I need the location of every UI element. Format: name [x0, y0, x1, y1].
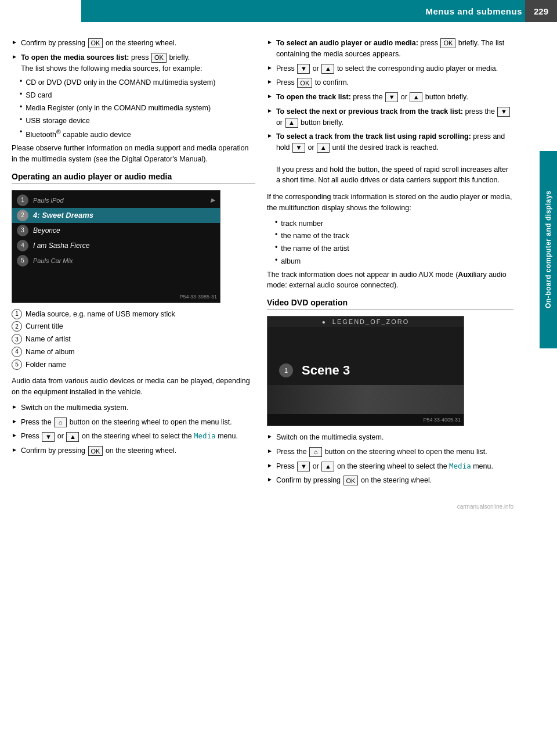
bullet-arrow-icon: ►: [12, 418, 17, 424]
content-area: ► Confirm by pressing OK on the steering…: [0, 29, 525, 519]
bullet-switch-multimedia: ► Switch on the multimedia system.: [12, 402, 255, 413]
aux-para: The track information does not appear in…: [267, 269, 513, 291]
video-top-bar: ● LEGEND_OF_ZORO: [267, 316, 464, 327]
bullet-open-media: ► To open the media sources list: press …: [12, 52, 255, 74]
left-column: ► Confirm by pressing OK on the steering…: [12, 38, 255, 510]
up-key-r: ▲: [321, 64, 334, 74]
legend-list: 1 Media source, e.g. name of USB memory …: [12, 309, 255, 370]
up-key-r4: ▲: [317, 143, 330, 153]
bullet-confirm-ok3-text: Confirm by pressing OK on the steering w…: [21, 445, 176, 456]
ok-key3: OK: [88, 446, 103, 456]
audio-para: Audio data from various audio devices or…: [12, 376, 255, 398]
bullet-arrow-icon: ►: [12, 39, 17, 45]
bullet-select-audio-text: To select an audio player or audio media…: [276, 38, 513, 60]
track-info-list: • track number • the name of the track •…: [275, 218, 513, 267]
side-tab: On-board computer and displays: [540, 151, 557, 348]
bullet-arrow-icon: ►: [267, 462, 273, 469]
bullet-open-track-list-text: To open the track list: press the ▼ or ▲…: [276, 92, 468, 103]
bullet-arrow-icon: ►: [12, 53, 17, 60]
sub-bullet-bluetooth: • Bluetooth® capable audio device: [20, 128, 255, 141]
sub-bullet-cd: • CD or DVD (DVD only in the COMAND mult…: [20, 77, 255, 88]
down-key-r2: ▼: [385, 92, 398, 102]
down-key-v: ▼: [297, 462, 310, 471]
bullet-press-ok-confirm-text: Press OK to confirm.: [276, 77, 349, 88]
home-key-v: ⌂: [309, 447, 322, 457]
bullet-switch-v-text: Switch on the multimedia system.: [276, 432, 384, 443]
legend-item-4: 4 Name of album: [12, 347, 255, 358]
legend-item-2: 2 Current title: [12, 321, 255, 332]
media-screenshot: 1 Pauls iPod ▶ 2 4: Sweet Dreams 3 Beyon…: [12, 190, 220, 303]
img-caption: P54·33-3985-31: [179, 294, 217, 300]
section-heading-audio: Operating an audio player or audio media: [12, 172, 255, 184]
media-list-item: 5 Pauls Car Mix: [12, 253, 220, 268]
header-title: Menus and submenus: [425, 6, 522, 16]
bullet-confirm-ok-text: Confirm by pressing OK on the steering w…: [21, 38, 176, 49]
media-item-num: 3: [17, 225, 28, 236]
media-item-num: 4: [17, 240, 28, 251]
info-album: • album: [275, 256, 513, 267]
sub-bullet-media-register: • Media Register (only in the COMAND mul…: [20, 103, 255, 114]
bullet-switch-multimedia-v: ► Switch on the multimedia system.: [267, 432, 513, 443]
down-key-r3: ▼: [497, 107, 510, 117]
bullet-arrow-icon: ►: [12, 404, 17, 410]
bullet-open-media-text: To open the media sources list: press OK…: [21, 52, 202, 74]
bullet-confirm-ok-v-text: Confirm by pressing OK on the steering w…: [276, 475, 432, 486]
home-key: ⌂: [54, 417, 67, 427]
bullet-press-home-text: Press the ⌂ button on the steering wheel…: [21, 417, 232, 428]
down-key: ▼: [42, 432, 55, 442]
up-key-r2: ▲: [410, 92, 422, 102]
bullet-arrow-icon: ►: [267, 78, 273, 85]
media-list: 1 Pauls iPod ▶ 2 4: Sweet Dreams 3 Beyon…: [12, 190, 220, 271]
bullet-press-home-v: ► Press the ⌂ button on the steering whe…: [267, 447, 513, 458]
up-key-r3: ▲: [285, 118, 298, 128]
bullet-press-nav-media-v-text: Press ▼ or ▲ on the steering wheel to se…: [276, 461, 493, 472]
down-key-r: ▼: [297, 64, 310, 74]
up-key: ▲: [66, 432, 79, 442]
bullet-press-nav-select-text: Press ▼ or ▲ to select the corresponding…: [276, 63, 498, 74]
media-list-item: 3 Beyonce: [12, 223, 220, 238]
video-scene-title: Scene 3: [302, 363, 350, 378]
media-list-item: 4 I am Sasha Fierce: [12, 238, 220, 253]
video-img-caption: P54·33-4005-31: [423, 417, 461, 423]
bullet-press-nav-media-text: Press ▼ or ▲ on the steering wheel to se…: [21, 431, 238, 442]
ok-key: OK: [88, 38, 103, 48]
video-screenshot: ● LEGEND_OF_ZORO 1 Scene 3 P54·33-4005-3…: [267, 316, 464, 426]
ok-key-r1: OK: [440, 38, 455, 48]
sub-bullet-list: • CD or DVD (DVD only in the COMAND mult…: [20, 77, 255, 141]
bullet-select-next-prev: ► To select the next or previous track f…: [267, 106, 513, 128]
bullet-arrow-icon: ►: [267, 64, 273, 71]
bullet-arrow-icon: ►: [267, 448, 273, 454]
info-para: Please observe further information on me…: [12, 143, 255, 165]
media-item-num: 5: [17, 255, 28, 267]
bullet-arrow-icon: ►: [267, 107, 273, 114]
bullet-select-rapid-text: To select a track from the track list us…: [276, 131, 513, 186]
bullet-arrow-icon: ►: [267, 93, 273, 99]
bullet-arrow-icon: ►: [12, 447, 17, 453]
bullet-press-ok-confirm: ► Press OK to confirm.: [267, 77, 513, 88]
side-tab-label: On-board computer and displays: [544, 190, 552, 308]
bullet-confirm-ok: ► Confirm by pressing OK on the steering…: [12, 38, 255, 49]
ok-key2: OK: [151, 53, 167, 63]
bullet-arrow-icon: ►: [267, 39, 273, 45]
ok-key-r2: OK: [297, 78, 312, 88]
bullet-press-home-v-text: Press the ⌂ button on the steering wheel…: [276, 447, 487, 458]
sub-bullet-sd: • SD card: [20, 90, 255, 101]
bullet-select-next-prev-text: To select the next or previous track fro…: [276, 106, 513, 128]
video-scene-num: 1: [279, 363, 293, 377]
media-item-num: 2: [17, 210, 28, 221]
bullet-open-track-list: ► To open the track list: press the ▼ or…: [267, 92, 513, 103]
video-bg-strip: [267, 385, 464, 414]
down-key-r4: ▼: [292, 143, 305, 153]
ok-key-v: OK: [343, 476, 359, 485]
watermark: carmanualsonline.info: [267, 503, 513, 510]
info-track-name: • the name of the track: [275, 231, 513, 242]
legend-item-5: 5 Folder name: [12, 359, 255, 370]
bullet-press-nav-media-v: ► Press ▼ or ▲ on the steering wheel to …: [267, 461, 513, 472]
section-heading-video: Video DVD operation: [267, 298, 513, 310]
bullet-arrow-icon: ►: [267, 433, 273, 440]
bullet-arrow-icon: ►: [267, 476, 273, 483]
bullet-press-nav-media: ► Press ▼ or ▲ on the steering wheel to …: [12, 431, 255, 442]
track-info-para: If the corresponding track information i…: [267, 192, 513, 214]
bullet-press-home: ► Press the ⌂ button on the steering whe…: [12, 417, 255, 428]
bullet-select-audio: ► To select an audio player or audio med…: [267, 38, 513, 60]
